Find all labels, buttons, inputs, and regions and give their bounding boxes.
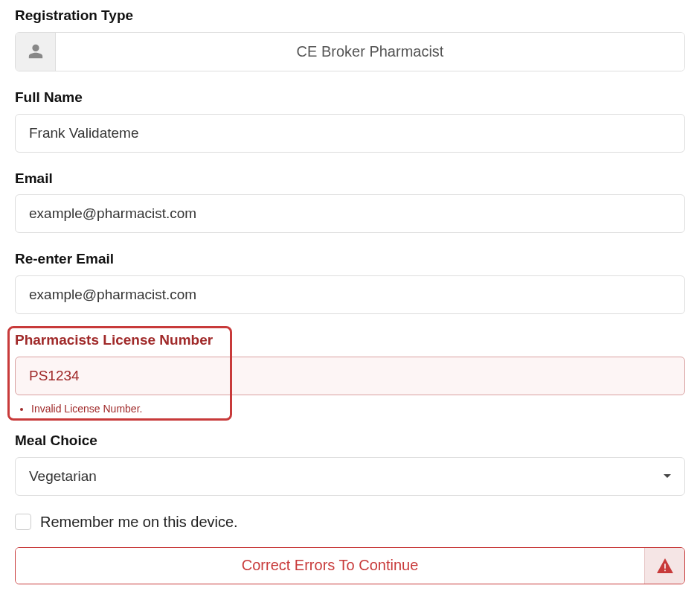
- email-group: Email: [15, 170, 685, 234]
- email-label: Email: [15, 170, 685, 188]
- reenter-email-label: Re-enter Email: [15, 251, 685, 268]
- registration-type-value: CE Broker Pharmacist: [56, 33, 684, 71]
- registration-type-field[interactable]: CE Broker Pharmacist: [15, 32, 685, 71]
- reenter-email-group: Re-enter Email: [15, 251, 685, 314]
- person-icon: [16, 33, 56, 71]
- remember-label: Remember me on this device.: [40, 514, 238, 531]
- license-label: Pharmacists License Number: [15, 332, 685, 349]
- license-group: Pharmacists License Number Invalid Licen…: [15, 332, 685, 415]
- remember-checkbox[interactable]: [15, 514, 31, 530]
- meal-choice-label: Meal Choice: [15, 433, 685, 450]
- full-name-group: Full Name: [15, 89, 685, 153]
- meal-choice-select[interactable]: Vegetarian: [15, 457, 685, 496]
- registration-type-group: Registration Type CE Broker Pharmacist: [15, 7, 685, 71]
- full-name-input[interactable]: [15, 114, 685, 153]
- reenter-email-input[interactable]: [15, 275, 685, 314]
- email-input[interactable]: [15, 194, 685, 233]
- meal-choice-group: Meal Choice Vegetarian: [15, 433, 685, 496]
- license-input[interactable]: [15, 357, 685, 395]
- full-name-label: Full Name: [15, 89, 685, 106]
- remember-row: Remember me on this device.: [15, 514, 685, 531]
- submit-error-button[interactable]: Correct Errors To Continue: [15, 547, 685, 584]
- registration-type-label: Registration Type: [15, 7, 685, 25]
- license-error-message: Invalid License Number.: [31, 403, 685, 415]
- warning-icon: [644, 548, 684, 584]
- license-error-list: Invalid License Number.: [15, 403, 685, 415]
- submit-error-label: Correct Errors To Continue: [16, 548, 644, 584]
